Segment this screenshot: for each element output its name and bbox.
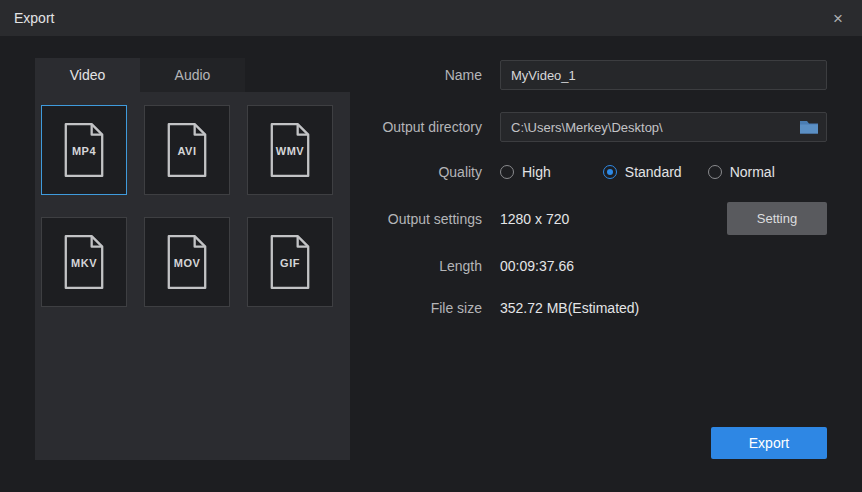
format-label: MP4 [72,145,96,157]
format-label: AVI [177,145,196,157]
resolution-value: 1280 x 720 [500,211,569,227]
dialog-content: Video Audio MP4 [0,36,862,492]
length-label: Length [370,258,482,274]
format-tile-mov[interactable]: MOV [144,217,230,307]
radio-label: Normal [730,164,775,180]
title-bar: Export × [0,0,862,36]
tab-audio[interactable]: Audio [140,58,245,92]
format-label: MOV [174,257,201,269]
format-tile-wmv[interactable]: WMV [247,105,333,195]
name-label: Name [370,67,482,83]
file-size-label: File size [370,300,482,316]
output-settings-label: Output settings [370,211,482,227]
dialog-title: Export [14,10,54,26]
format-section: Video Audio MP4 [35,58,350,492]
format-tile-avi[interactable]: AVI [144,105,230,195]
format-grid: MP4 AVI WMV [41,105,350,307]
format-label: WMV [276,145,304,157]
radio-label: Standard [625,164,682,180]
media-tabs: Video Audio [35,58,350,92]
name-input[interactable] [500,60,827,90]
name-row: Name [370,60,827,90]
length-value: 00:09:37.66 [500,258,574,274]
file-size-value: 352.72 MB(Estimated) [500,300,639,316]
tab-video[interactable]: Video [35,58,140,92]
format-label: GIF [280,257,300,269]
output-directory-input[interactable] [500,112,827,142]
quality-label: Quality [370,164,482,180]
format-tile-gif[interactable]: GIF [247,217,333,307]
quality-options: High Standard Normal [500,164,827,180]
quality-radio-normal[interactable]: Normal [708,164,775,180]
radio-label: High [522,164,551,180]
file-size-row: File size 352.72 MB(Estimated) [370,299,827,317]
format-tile-mp4[interactable]: MP4 [41,105,127,195]
radio-circle-icon [603,165,617,179]
radio-circle-icon [500,165,514,179]
output-directory-row: Output directory [370,112,827,142]
export-dialog: Export × Video Audio MP4 [0,0,862,492]
length-row: Length 00:09:37.66 [370,257,827,275]
export-button[interactable]: Export [711,427,827,459]
quality-radio-standard[interactable]: Standard [603,164,682,180]
output-directory-label: Output directory [370,119,482,135]
format-panel: MP4 AVI WMV [35,92,350,460]
close-icon[interactable]: × [828,10,848,27]
output-settings-row: Output settings 1280 x 720 Setting [370,202,827,235]
radio-circle-icon [708,165,722,179]
quality-radio-high[interactable]: High [500,164,551,180]
quality-row: Quality High Standard Normal [370,164,827,180]
folder-icon [799,119,819,135]
browse-folder-button[interactable] [794,115,824,139]
format-tile-mkv[interactable]: MKV [41,217,127,307]
setting-button[interactable]: Setting [727,202,827,235]
format-label: MKV [71,257,97,269]
